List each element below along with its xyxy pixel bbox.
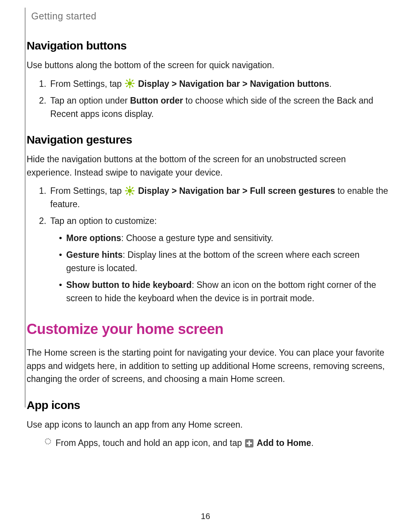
nav-gestures-steps: From Settings, tap Display > Navigation … xyxy=(27,184,390,305)
section-header: Getting started xyxy=(31,11,390,22)
customize-home-intro: The Home screen is the starting point fo… xyxy=(27,346,390,386)
svg-line-16 xyxy=(132,187,133,189)
svg-line-8 xyxy=(127,86,128,87)
step-item: Tap an option under Button order to choo… xyxy=(49,94,390,120)
step-item: Tap an option to customize: More options… xyxy=(49,214,390,305)
list-item: Show button to hide keyboard: Show an ic… xyxy=(59,278,390,305)
text: . xyxy=(311,438,314,448)
svg-line-5 xyxy=(127,80,128,81)
app-icons-steps: From Apps, touch and hold an app icon, a… xyxy=(27,436,390,450)
bold-term: Button order xyxy=(130,96,183,105)
text: Tap an option to customize: xyxy=(50,216,157,226)
customize-options-list: More options: Choose a gesture type and … xyxy=(50,232,390,305)
nav-buttons-intro: Use buttons along the bottom of the scre… xyxy=(27,59,390,72)
vertical-rule xyxy=(25,8,25,407)
svg-point-9 xyxy=(128,189,132,193)
svg-point-0 xyxy=(128,81,132,86)
heading-navigation-buttons: Navigation buttons xyxy=(27,37,390,54)
svg-line-15 xyxy=(132,193,133,194)
text: From Settings, tap xyxy=(50,79,124,89)
path-text: Display > Navigation bar > Full screen g… xyxy=(138,186,335,196)
brightness-icon xyxy=(125,186,135,196)
bold-term: Gesture hints xyxy=(66,250,123,260)
page: Getting started Navigation buttons Use b… xyxy=(0,0,411,532)
bold-term: Show button to hide keyboard xyxy=(66,280,192,290)
list-item: More options: Choose a gesture type and … xyxy=(59,232,390,245)
step-item: From Settings, tap Display > Navigation … xyxy=(49,77,390,91)
page-content: Navigation buttons Use buttons along the… xyxy=(27,37,390,450)
nav-buttons-steps: From Settings, tap Display > Navigation … xyxy=(27,77,390,121)
heading-app-icons: App icons xyxy=(27,396,390,414)
app-icons-intro: Use app icons to launch an app from any … xyxy=(27,418,390,431)
add-to-home-icon xyxy=(245,439,253,447)
text: Tap an option under xyxy=(50,96,130,105)
svg-line-6 xyxy=(132,86,133,87)
text: From Apps, touch and hold an app icon, a… xyxy=(56,438,244,448)
bold-term: More options xyxy=(66,233,121,243)
path-text: Display > Navigation bar > Navigation bu… xyxy=(138,79,329,89)
page-number: 16 xyxy=(0,511,411,521)
nav-gestures-intro: Hide the navigation buttons at the botto… xyxy=(27,153,390,179)
text: From Settings, tap xyxy=(50,186,124,196)
bold-term: Add to Home xyxy=(257,438,311,448)
dotted-circle-icon xyxy=(45,438,51,444)
heading-customize-home: Customize your home screen xyxy=(27,318,390,340)
list-item: Gesture hints: Display lines at the bott… xyxy=(59,248,390,275)
heading-navigation-gestures: Navigation gestures xyxy=(27,131,390,148)
svg-line-7 xyxy=(132,80,133,81)
text: . xyxy=(329,79,331,89)
step-item: From Apps, touch and hold an app icon, a… xyxy=(45,436,390,450)
step-item: From Settings, tap Display > Navigation … xyxy=(49,184,390,211)
svg-line-17 xyxy=(127,193,128,194)
brightness-icon xyxy=(125,78,135,88)
text: : Choose a gesture type and sensitivity. xyxy=(121,233,273,243)
svg-line-14 xyxy=(127,187,128,189)
